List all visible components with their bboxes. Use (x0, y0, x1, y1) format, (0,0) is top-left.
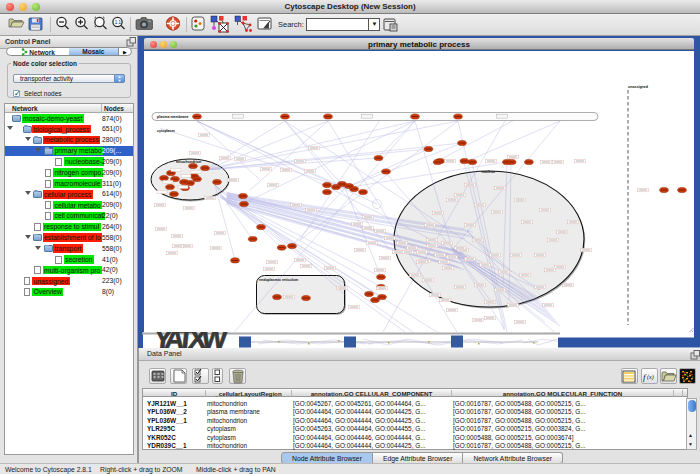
svg-text:1:1: 1:1 (115, 20, 122, 25)
svg-text:(x): (x) (647, 374, 654, 381)
svg-text:endoplasmic reticulum: endoplasmic reticulum (259, 278, 298, 282)
svg-text:cytoplasm: cytoplasm (157, 129, 175, 133)
svg-text:mitochondrion: mitochondrion (176, 160, 201, 164)
svg-text:YATXW: YATXW (153, 332, 230, 348)
svg-text:nucleus: nucleus (482, 170, 496, 174)
svg-text:plasma membrane: plasma membrane (157, 115, 189, 119)
svg-text:unassigned: unassigned (628, 85, 648, 89)
